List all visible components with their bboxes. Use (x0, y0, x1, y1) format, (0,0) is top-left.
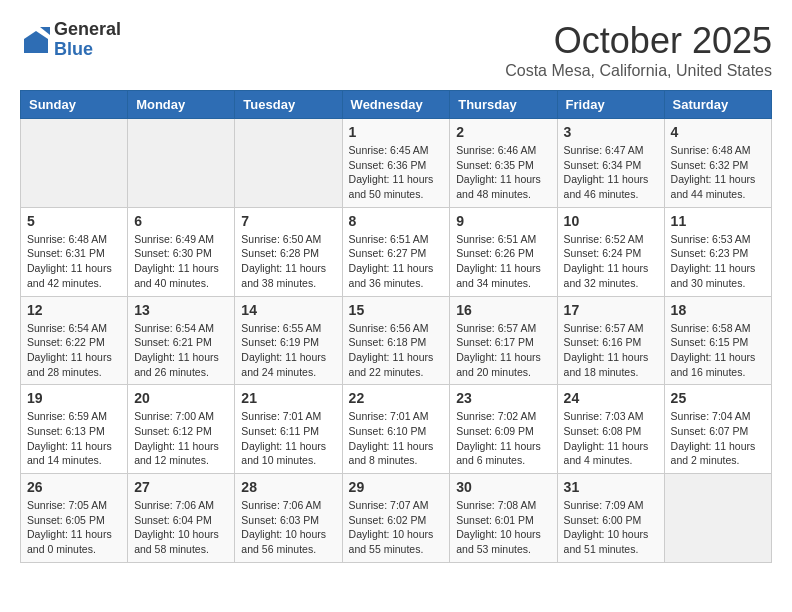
day-info: Sunrise: 6:48 AM Sunset: 6:31 PM Dayligh… (27, 232, 121, 291)
day-number: 10 (564, 213, 658, 229)
calendar-cell: 3Sunrise: 6:47 AM Sunset: 6:34 PM Daylig… (557, 119, 664, 208)
day-info: Sunrise: 7:03 AM Sunset: 6:08 PM Dayligh… (564, 409, 658, 468)
calendar-cell: 31Sunrise: 7:09 AM Sunset: 6:00 PM Dayli… (557, 474, 664, 563)
day-number: 16 (456, 302, 550, 318)
day-number: 25 (671, 390, 765, 406)
day-info: Sunrise: 6:50 AM Sunset: 6:28 PM Dayligh… (241, 232, 335, 291)
day-number: 6 (134, 213, 228, 229)
calendar-table: SundayMondayTuesdayWednesdayThursdayFrid… (20, 90, 772, 563)
month-title: October 2025 (505, 20, 772, 62)
day-number: 15 (349, 302, 444, 318)
day-info: Sunrise: 6:55 AM Sunset: 6:19 PM Dayligh… (241, 321, 335, 380)
logo-blue-text: Blue (54, 40, 121, 60)
day-number: 28 (241, 479, 335, 495)
day-number: 30 (456, 479, 550, 495)
day-info: Sunrise: 6:57 AM Sunset: 6:17 PM Dayligh… (456, 321, 550, 380)
calendar-cell: 8Sunrise: 6:51 AM Sunset: 6:27 PM Daylig… (342, 207, 450, 296)
day-number: 19 (27, 390, 121, 406)
calendar-cell: 11Sunrise: 6:53 AM Sunset: 6:23 PM Dayli… (664, 207, 771, 296)
calendar-cell: 7Sunrise: 6:50 AM Sunset: 6:28 PM Daylig… (235, 207, 342, 296)
day-info: Sunrise: 7:06 AM Sunset: 6:03 PM Dayligh… (241, 498, 335, 557)
calendar-cell: 26Sunrise: 7:05 AM Sunset: 6:05 PM Dayli… (21, 474, 128, 563)
weekday-header-monday: Monday (128, 91, 235, 119)
day-number: 21 (241, 390, 335, 406)
day-number: 8 (349, 213, 444, 229)
calendar-cell: 25Sunrise: 7:04 AM Sunset: 6:07 PM Dayli… (664, 385, 771, 474)
day-number: 11 (671, 213, 765, 229)
day-number: 2 (456, 124, 550, 140)
calendar-cell: 20Sunrise: 7:00 AM Sunset: 6:12 PM Dayli… (128, 385, 235, 474)
calendar-cell: 12Sunrise: 6:54 AM Sunset: 6:22 PM Dayli… (21, 296, 128, 385)
calendar-cell: 15Sunrise: 6:56 AM Sunset: 6:18 PM Dayli… (342, 296, 450, 385)
calendar-cell: 1Sunrise: 6:45 AM Sunset: 6:36 PM Daylig… (342, 119, 450, 208)
weekday-header-friday: Friday (557, 91, 664, 119)
calendar-week-row: 5Sunrise: 6:48 AM Sunset: 6:31 PM Daylig… (21, 207, 772, 296)
calendar-cell: 13Sunrise: 6:54 AM Sunset: 6:21 PM Dayli… (128, 296, 235, 385)
calendar-cell: 6Sunrise: 6:49 AM Sunset: 6:30 PM Daylig… (128, 207, 235, 296)
day-number: 12 (27, 302, 121, 318)
calendar-cell: 10Sunrise: 6:52 AM Sunset: 6:24 PM Dayli… (557, 207, 664, 296)
calendar-week-row: 12Sunrise: 6:54 AM Sunset: 6:22 PM Dayli… (21, 296, 772, 385)
calendar-cell: 19Sunrise: 6:59 AM Sunset: 6:13 PM Dayli… (21, 385, 128, 474)
logo-general-text: General (54, 20, 121, 40)
day-info: Sunrise: 6:53 AM Sunset: 6:23 PM Dayligh… (671, 232, 765, 291)
calendar-week-row: 26Sunrise: 7:05 AM Sunset: 6:05 PM Dayli… (21, 474, 772, 563)
day-info: Sunrise: 6:51 AM Sunset: 6:27 PM Dayligh… (349, 232, 444, 291)
title-area: October 2025 Costa Mesa, California, Uni… (505, 20, 772, 80)
weekday-header-wednesday: Wednesday (342, 91, 450, 119)
day-number: 3 (564, 124, 658, 140)
calendar-cell: 2Sunrise: 6:46 AM Sunset: 6:35 PM Daylig… (450, 119, 557, 208)
calendar-cell (235, 119, 342, 208)
calendar-cell: 5Sunrise: 6:48 AM Sunset: 6:31 PM Daylig… (21, 207, 128, 296)
day-info: Sunrise: 7:05 AM Sunset: 6:05 PM Dayligh… (27, 498, 121, 557)
calendar-week-row: 1Sunrise: 6:45 AM Sunset: 6:36 PM Daylig… (21, 119, 772, 208)
calendar-cell: 21Sunrise: 7:01 AM Sunset: 6:11 PM Dayli… (235, 385, 342, 474)
day-number: 4 (671, 124, 765, 140)
day-number: 1 (349, 124, 444, 140)
day-info: Sunrise: 6:54 AM Sunset: 6:21 PM Dayligh… (134, 321, 228, 380)
day-number: 13 (134, 302, 228, 318)
weekday-header-tuesday: Tuesday (235, 91, 342, 119)
day-info: Sunrise: 7:00 AM Sunset: 6:12 PM Dayligh… (134, 409, 228, 468)
day-number: 22 (349, 390, 444, 406)
calendar-cell: 24Sunrise: 7:03 AM Sunset: 6:08 PM Dayli… (557, 385, 664, 474)
day-info: Sunrise: 7:02 AM Sunset: 6:09 PM Dayligh… (456, 409, 550, 468)
day-info: Sunrise: 6:58 AM Sunset: 6:15 PM Dayligh… (671, 321, 765, 380)
header: General Blue October 2025 Costa Mesa, Ca… (20, 20, 772, 80)
day-number: 23 (456, 390, 550, 406)
calendar-cell: 18Sunrise: 6:58 AM Sunset: 6:15 PM Dayli… (664, 296, 771, 385)
day-info: Sunrise: 6:48 AM Sunset: 6:32 PM Dayligh… (671, 143, 765, 202)
weekday-header-row: SundayMondayTuesdayWednesdayThursdayFrid… (21, 91, 772, 119)
day-info: Sunrise: 7:04 AM Sunset: 6:07 PM Dayligh… (671, 409, 765, 468)
day-info: Sunrise: 7:01 AM Sunset: 6:10 PM Dayligh… (349, 409, 444, 468)
day-info: Sunrise: 6:49 AM Sunset: 6:30 PM Dayligh… (134, 232, 228, 291)
day-info: Sunrise: 6:45 AM Sunset: 6:36 PM Dayligh… (349, 143, 444, 202)
weekday-header-thursday: Thursday (450, 91, 557, 119)
day-info: Sunrise: 6:54 AM Sunset: 6:22 PM Dayligh… (27, 321, 121, 380)
day-number: 18 (671, 302, 765, 318)
day-number: 27 (134, 479, 228, 495)
calendar-cell: 17Sunrise: 6:57 AM Sunset: 6:16 PM Dayli… (557, 296, 664, 385)
day-number: 14 (241, 302, 335, 318)
day-info: Sunrise: 7:01 AM Sunset: 6:11 PM Dayligh… (241, 409, 335, 468)
day-info: Sunrise: 7:09 AM Sunset: 6:00 PM Dayligh… (564, 498, 658, 557)
calendar-cell: 22Sunrise: 7:01 AM Sunset: 6:10 PM Dayli… (342, 385, 450, 474)
calendar-cell: 4Sunrise: 6:48 AM Sunset: 6:32 PM Daylig… (664, 119, 771, 208)
calendar-cell (128, 119, 235, 208)
logo-icon (20, 25, 50, 55)
weekday-header-sunday: Sunday (21, 91, 128, 119)
day-number: 20 (134, 390, 228, 406)
calendar-cell: 30Sunrise: 7:08 AM Sunset: 6:01 PM Dayli… (450, 474, 557, 563)
day-info: Sunrise: 6:59 AM Sunset: 6:13 PM Dayligh… (27, 409, 121, 468)
calendar-cell: 27Sunrise: 7:06 AM Sunset: 6:04 PM Dayli… (128, 474, 235, 563)
calendar-cell: 29Sunrise: 7:07 AM Sunset: 6:02 PM Dayli… (342, 474, 450, 563)
calendar-cell: 23Sunrise: 7:02 AM Sunset: 6:09 PM Dayli… (450, 385, 557, 474)
logo: General Blue (20, 20, 121, 60)
calendar-week-row: 19Sunrise: 6:59 AM Sunset: 6:13 PM Dayli… (21, 385, 772, 474)
day-number: 17 (564, 302, 658, 318)
day-info: Sunrise: 7:08 AM Sunset: 6:01 PM Dayligh… (456, 498, 550, 557)
day-info: Sunrise: 7:06 AM Sunset: 6:04 PM Dayligh… (134, 498, 228, 557)
day-number: 31 (564, 479, 658, 495)
calendar-cell: 9Sunrise: 6:51 AM Sunset: 6:26 PM Daylig… (450, 207, 557, 296)
calendar-cell: 16Sunrise: 6:57 AM Sunset: 6:17 PM Dayli… (450, 296, 557, 385)
